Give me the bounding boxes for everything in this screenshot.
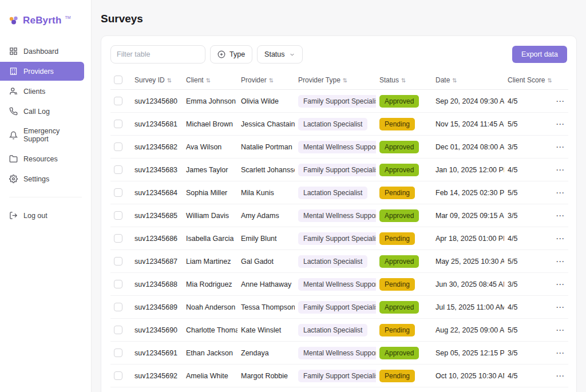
row-checkbox[interactable] — [114, 188, 122, 197]
sort-icon[interactable]: ⇅ — [401, 77, 406, 84]
client-cell: Noah Anderson — [183, 296, 237, 319]
sidebar-item-emergency-support[interactable]: Emergency Support — [0, 122, 91, 148]
status-badge: Pending — [379, 370, 415, 382]
table-row: suv12345688 Mia Rodriguez Anne Hathaway … — [110, 273, 568, 296]
sidebar-item-label: Emergency Support — [23, 127, 82, 143]
sidebar-item-settings[interactable]: Settings — [0, 169, 91, 188]
survey-id-cell: suv12345680 — [131, 90, 183, 113]
row-actions-button[interactable]: ⋯ — [556, 280, 565, 288]
status-badge: Pending — [379, 118, 415, 130]
survey-id-cell: suv12345688 — [131, 273, 183, 296]
sidebar-item-resources[interactable]: Resources — [0, 149, 91, 168]
client-score-cell: 3/5 — [504, 273, 552, 296]
provider-type-badge: Lactation Specialist — [298, 255, 367, 268]
row-checkbox[interactable] — [114, 211, 122, 220]
export-data-button[interactable]: Export data — [512, 46, 567, 63]
sidebar-item-providers[interactable]: Providers — [0, 62, 84, 81]
row-actions-button[interactable]: ⋯ — [556, 211, 565, 220]
type-filter-label: Type — [229, 50, 245, 58]
row-checkbox[interactable] — [114, 326, 122, 334]
row-actions-button[interactable]: ⋯ — [556, 234, 565, 243]
provider-cell: Natalie Portman — [237, 136, 295, 159]
row-checkbox[interactable] — [114, 257, 122, 266]
provider-type-badge: Lactation Specialist — [298, 187, 367, 199]
provider-cell: Kate Winslet — [237, 319, 295, 342]
table-row: suv12345686 Isabella Garcia Emily Blunt … — [110, 227, 568, 250]
row-actions-button[interactable]: ⋯ — [556, 303, 565, 311]
status-badge: Pending — [379, 232, 415, 245]
sidebar-item-logout[interactable]: Log out — [0, 206, 91, 225]
building-icon — [9, 67, 18, 76]
row-checkbox[interactable] — [114, 349, 122, 357]
provider-cell: Jessica Chastain — [237, 113, 295, 136]
column-header-status: Status — [379, 76, 399, 84]
client-score-cell: 5/5 — [504, 250, 552, 273]
type-filter-button[interactable]: Type — [210, 45, 252, 64]
date-cell: Aug 22, 2025 09:00 AM — [432, 319, 504, 342]
grid-icon — [9, 47, 18, 56]
client-cell: William Davis — [183, 204, 237, 227]
provider-type-badge: Lactation Specialist — [298, 324, 367, 336]
sidebar-item-call-log[interactable]: Call Log — [0, 102, 91, 121]
column-header-survey-id: Survey ID — [134, 76, 165, 84]
row-actions-button[interactable]: ⋯ — [556, 371, 565, 380]
client-cell: Liam Martinez — [183, 250, 237, 273]
client-cell: Sophia Miller — [183, 181, 237, 204]
row-checkbox[interactable] — [114, 120, 122, 128]
row-checkbox[interactable] — [114, 371, 122, 380]
sort-icon[interactable]: ⇅ — [547, 77, 552, 84]
survey-id-cell: suv12345683 — [131, 159, 183, 181]
row-checkbox[interactable] — [114, 142, 122, 151]
client-score-cell: 4/5 — [504, 159, 552, 181]
row-checkbox[interactable] — [114, 303, 122, 311]
sidebar-item-dashboard[interactable]: Dashboard — [0, 42, 91, 61]
row-checkbox[interactable] — [114, 234, 122, 243]
row-checkbox[interactable] — [114, 280, 122, 288]
gear-icon — [9, 175, 18, 183]
bell-icon — [9, 131, 18, 140]
row-actions-button[interactable]: ⋯ — [556, 349, 565, 357]
sort-icon[interactable]: ⇅ — [206, 77, 211, 84]
client-score-cell: 3/5 — [504, 136, 552, 159]
row-actions-button[interactable]: ⋯ — [556, 257, 565, 266]
provider-cell: Olivia Wilde — [237, 90, 295, 113]
row-checkbox[interactable] — [114, 97, 122, 105]
client-cell: James Taylor — [183, 159, 237, 181]
survey-id-cell: suv12345682 — [131, 136, 183, 159]
table-row: suv12345680 Emma Johnson Olivia Wilde Fa… — [110, 90, 568, 113]
date-cell: Dec 01, 2024 08:00 AM — [432, 136, 504, 159]
client-cell: Michael Brown — [183, 113, 237, 136]
survey-id-cell: suv12345684 — [131, 181, 183, 204]
row-checkbox[interactable] — [114, 165, 122, 174]
sidebar-item-label: Call Log — [23, 108, 50, 116]
status-badge: Approved — [379, 95, 419, 108]
rebyrth-logo-icon — [8, 15, 19, 26]
logout-icon — [9, 211, 18, 220]
row-actions-button[interactable]: ⋯ — [556, 142, 565, 151]
sort-icon[interactable]: ⇅ — [452, 77, 457, 84]
row-actions-button[interactable]: ⋯ — [556, 188, 565, 197]
status-badge: Approved — [379, 209, 419, 222]
row-actions-button[interactable]: ⋯ — [556, 165, 565, 174]
row-actions-button[interactable]: ⋯ — [556, 120, 565, 128]
status-filter-button[interactable]: Status — [257, 45, 302, 64]
sort-icon[interactable]: ⇅ — [167, 77, 172, 84]
status-badge: Approved — [379, 141, 419, 153]
provider-type-badge: Family Support Specialist — [298, 301, 376, 314]
sidebar-item-clients[interactable]: Clients — [0, 82, 91, 101]
sort-icon[interactable]: ⇅ — [343, 77, 347, 84]
row-actions-button[interactable]: ⋯ — [556, 326, 565, 334]
table-body: suv12345680 Emma Johnson Olivia Wilde Fa… — [110, 90, 568, 387]
provider-cell: Margot Robbie — [237, 365, 295, 387]
select-all-checkbox[interactable] — [114, 76, 122, 84]
column-header-provider-type: Provider Type — [298, 76, 340, 84]
client-score-cell: 3/5 — [504, 204, 552, 227]
filter-input[interactable] — [110, 45, 205, 64]
phone-icon — [9, 107, 18, 116]
sort-icon[interactable]: ⇅ — [269, 77, 274, 84]
provider-type-badge: Lactation Specialist — [298, 118, 367, 130]
provider-cell: Anne Hathaway — [237, 273, 295, 296]
table-row: suv12345683 James Taylor Scarlett Johans… — [110, 159, 568, 181]
client-score-cell: 5/5 — [504, 181, 552, 204]
row-actions-button[interactable]: ⋯ — [556, 97, 565, 105]
